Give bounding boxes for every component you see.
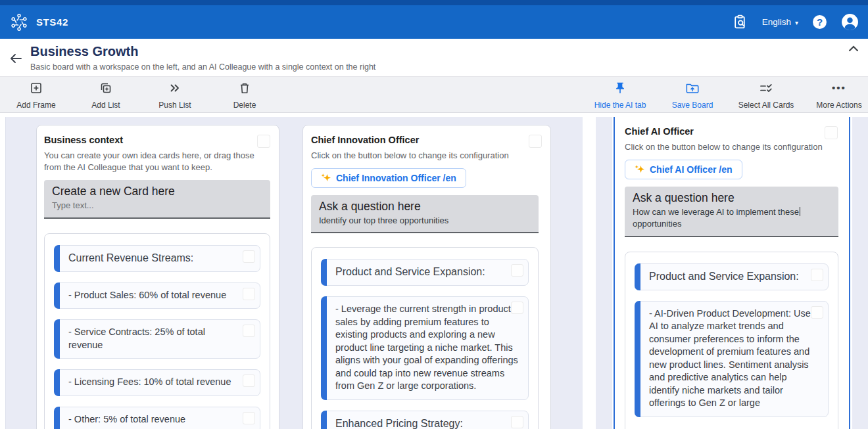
question-input-value: How can we leverage AI to implement thes… (633, 206, 831, 231)
language-label: English (762, 17, 791, 27)
card-checkbox[interactable] (243, 325, 255, 337)
add-frame-button[interactable]: Add Frame (0, 81, 72, 110)
new-card-input-placeholder: Type text... (52, 200, 262, 212)
board-header: Business Growth Basic board with a works… (0, 39, 868, 76)
list-title: Chief AI Officer (625, 126, 838, 137)
card-checkbox[interactable] (511, 264, 523, 277)
idea-card[interactable]: - Product Sales: 60% of total revenue (54, 282, 260, 309)
back-button[interactable] (9, 51, 23, 66)
list-business-context: Business context You can create your own… (36, 125, 279, 429)
hide-ai-tab-button[interactable]: Hide the AI tab (584, 81, 656, 110)
top-app-bar: STS42 English ▾ ? (0, 0, 868, 39)
topbar-edge (0, 0, 868, 5)
text-cursor (800, 207, 801, 216)
configure-colleague-button[interactable]: Chief Innovation Officer /en (311, 168, 466, 188)
list-chief-innovation-officer: Chief Innovation Officer Click on the bu… (302, 125, 551, 429)
ellipsis-icon: ••• (832, 81, 846, 95)
select-all-cards-button[interactable]: Select All Cards (729, 81, 804, 110)
question-input-value: Identify our top three opportunities (319, 215, 531, 227)
list-checkbox[interactable] (257, 135, 270, 148)
clipboard-search-icon[interactable] (733, 14, 748, 30)
chevron-down-icon: ▾ (795, 19, 798, 26)
card-checkbox[interactable] (511, 416, 523, 428)
collapse-chevron-up-icon[interactable] (848, 45, 860, 53)
help-icon[interactable]: ? (813, 15, 827, 29)
idea-card[interactable]: - Leverage the current strength in produ… (321, 296, 529, 400)
board-canvas: Business context You can create your own… (0, 113, 868, 429)
trash-icon (238, 81, 251, 95)
add-list-icon (99, 81, 112, 95)
card-checkbox[interactable] (243, 288, 255, 300)
new-card-input[interactable]: Create a new Card here Type text... (44, 180, 270, 219)
new-card-input-title: Create a new Card here (52, 185, 262, 198)
delete-button[interactable]: Delete (208, 81, 281, 110)
question-input-title: Ask a question here (319, 200, 531, 214)
idea-card[interactable]: - Other: 5% of total revenue (54, 407, 260, 429)
pin-icon (614, 81, 627, 95)
question-input-title: Ask a question here (633, 191, 831, 205)
configure-colleague-button[interactable]: Chief AI Officer /en (625, 160, 742, 179)
workspace-ai-divider[interactable] (596, 117, 612, 429)
card-checkbox[interactable] (243, 250, 255, 263)
ai-colleague-tab: Chief AI Officer Click on the button bel… (614, 117, 850, 429)
idea-card[interactable]: - Licensing Fees: 10% of total revenue (54, 369, 260, 396)
add-frame-icon (30, 81, 43, 95)
list-description: You can create your own idea cards here,… (44, 150, 270, 173)
pinwheel-logo-icon (9, 12, 29, 32)
checklist-icon (759, 81, 773, 95)
page-title: Business Growth (30, 44, 138, 59)
sparkle-icon (635, 164, 645, 175)
idea-card[interactable]: Product and Service Expansion: (321, 259, 529, 286)
card-list: Current Revenue Streams: - Product Sales… (44, 233, 270, 429)
idea-card[interactable]: - Service Contracts: 25% of total revenu… (54, 319, 260, 359)
list-checkbox[interactable] (825, 126, 838, 139)
card-checkbox[interactable] (243, 374, 255, 387)
board-toolbar: Add Frame Add List Push List Delete (0, 76, 868, 113)
idea-card[interactable]: Enhanced Pricing Strategy: (321, 411, 529, 429)
sparkle-icon (321, 173, 331, 183)
add-list-button[interactable]: Add List (70, 81, 142, 110)
card-checkbox[interactable] (811, 269, 823, 281)
card-list: Product and Service Expansion: - AI-Driv… (625, 252, 838, 429)
more-actions-button[interactable]: ••• More Actions (810, 81, 868, 110)
push-list-button[interactable]: Push List (139, 81, 211, 110)
save-board-button[interactable]: Save Board (656, 81, 729, 110)
list-description: Click on the button below to change its … (311, 150, 539, 162)
app-logo[interactable]: STS42 (9, 12, 68, 32)
account-avatar[interactable] (841, 13, 859, 31)
list-checkbox[interactable] (529, 135, 542, 148)
language-selector[interactable]: English ▾ (762, 17, 798, 27)
idea-card[interactable]: - AI-Driven Product Development: Use AI … (635, 301, 829, 417)
card-list: Product and Service Expansion: - Leverag… (311, 247, 539, 429)
page-subtitle: Basic board with a workspace on the left… (30, 62, 375, 72)
question-input[interactable]: Ask a question here How can we leverage … (625, 187, 838, 237)
ai-tab-right-margin (852, 117, 868, 429)
list-title: Chief Innovation Officer (311, 135, 539, 145)
folder-upload-icon (685, 81, 700, 95)
double-chevron-right-icon (168, 81, 181, 95)
list-description: Click on the button below to change its … (625, 141, 838, 153)
card-checkbox[interactable] (811, 306, 823, 319)
app-name: STS42 (36, 16, 68, 28)
idea-card[interactable]: Current Revenue Streams: (54, 245, 260, 272)
idea-card[interactable]: Product and Service Expansion: (635, 263, 829, 290)
card-checkbox[interactable] (243, 412, 255, 424)
list-title: Business context (44, 135, 270, 145)
card-checkbox[interactable] (511, 302, 523, 314)
question-input[interactable]: Ask a question here Identify our top thr… (311, 195, 539, 234)
